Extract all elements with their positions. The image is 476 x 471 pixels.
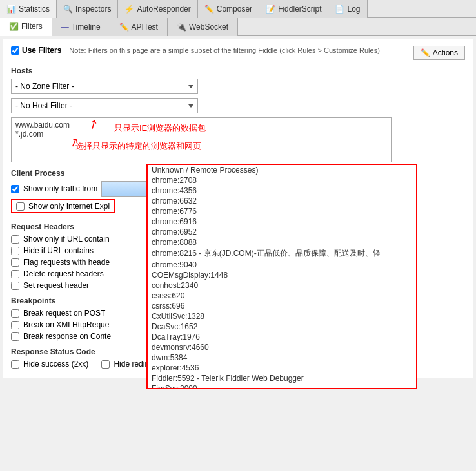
timeline-icon: — (61, 23, 69, 32)
show-traffic-label: Show only traffic from (23, 184, 97, 193)
hosts-line-2: *.jd.com (15, 130, 387, 139)
apitest-icon: ✏️ (119, 23, 129, 32)
process-item-csrss620[interactable]: csrss:620 (148, 291, 416, 301)
zone-filter-arrow (188, 85, 193, 88)
process-item-chrome4356[interactable]: chrome:4356 (148, 186, 416, 196)
show-ie-label: Show only Internet Expl (28, 202, 110, 211)
bp-label-0: Break request on POST (23, 309, 105, 318)
rh-checkbox-3[interactable] (11, 270, 19, 278)
rs-item-0: Hide success (2xx) (11, 360, 88, 369)
rh-label-4: Set request header (23, 281, 89, 290)
process-item-dcasvc[interactable]: DcaSvc:1652 (148, 322, 416, 332)
rh-checkbox-1[interactable] (11, 247, 19, 255)
process-item-devmonsrv[interactable]: devmonsrv:4660 (148, 342, 416, 352)
use-filters-checkbox-row: Use Filters (11, 46, 61, 55)
bp-checkbox-2[interactable] (11, 332, 19, 341)
rh-label-0: Show only if URL contain (23, 235, 110, 244)
process-item-chrome2708[interactable]: chrome:2708 (148, 175, 416, 186)
process-item-chrome6632[interactable]: chrome:6632 (148, 196, 416, 206)
rh-checkbox-2[interactable] (11, 258, 19, 267)
use-filters-checkbox[interactable] (11, 46, 19, 55)
process-item-chrome8216[interactable]: chrome:8216 - 京东(JD.COM)-正品低价、品质保障、配送及时、… (148, 247, 416, 260)
process-item-chrome6916[interactable]: chrome:6916 (148, 216, 416, 227)
show-ie-checkbox[interactable] (16, 202, 25, 211)
rh-label-2: Flag requests with heade (23, 258, 110, 267)
hosts-textarea-container: www.baidu.com *.jd.com 只显示IE浏览器的数据包 选择只显… (11, 117, 398, 162)
zone-filter-row: - No Zone Filter - (11, 79, 465, 94)
tab-inspectors[interactable]: 🔍 Inspectors (57, 0, 118, 18)
tab-fiddlerscript[interactable]: 📝 FiddlerScript (259, 0, 328, 18)
filters-check-icon: ✅ (9, 22, 19, 31)
inspectors-icon: 🔍 (63, 5, 73, 14)
host-filter-row: - No Host Filter - (11, 98, 465, 113)
autoresponder-icon: ⚡ (124, 5, 134, 14)
process-item-dcatray[interactable]: DcaTray:1976 (148, 332, 416, 342)
log-icon: 📄 (335, 5, 344, 14)
client-area: Client Process Show only traffic from Sh… (11, 169, 465, 371)
rs-checkbox-1[interactable] (101, 360, 110, 369)
hosts-line-1: www.baidu.com (15, 120, 387, 130)
tab-statistics[interactable]: 📊 Statistics (0, 0, 57, 18)
bp-checkbox-0[interactable] (11, 309, 19, 318)
second-tab-bar: ✅ Filters — Timeline ✏️ APITest 🔌 WebSoc… (0, 18, 476, 36)
tab-composer[interactable]: ✏️ Composer (198, 0, 259, 18)
composer-icon: ✏️ (204, 5, 214, 14)
process-item-chrome9040[interactable]: chrome:9040 (148, 260, 416, 270)
tab-timeline[interactable]: — Timeline (52, 18, 110, 36)
zone-filter-dropdown[interactable]: - No Zone Filter - (11, 79, 198, 94)
rh-label-3: Delete request headers (23, 269, 104, 278)
process-list: Unknown / Remote Processes) chrome:2708 … (146, 164, 417, 389)
tab-log[interactable]: 📄 Log (328, 0, 367, 18)
websocket-icon: 🔌 (177, 23, 186, 32)
filters-note: Note: Filters on this page are a simple … (69, 46, 405, 55)
process-item-chrome6776[interactable]: chrome:6776 (148, 206, 416, 216)
bp-label-1: Break on XMLHttpReque (23, 320, 109, 329)
hosts-header: Hosts (11, 66, 465, 75)
process-item-explorer[interactable]: explorer:4536 (148, 363, 416, 373)
bp-label-2: Break response on Conte (23, 332, 111, 341)
tab-filters[interactable]: ✅ Filters (0, 18, 52, 36)
bp-checkbox-1[interactable] (11, 321, 19, 329)
statistics-icon: 📊 (6, 5, 16, 14)
use-filters-row: Use Filters Note: Filters on this page a… (11, 46, 465, 60)
rh-checkbox-4[interactable] (11, 282, 19, 290)
process-item-chrome6952[interactable]: chrome:6952 (148, 227, 416, 237)
hosts-textarea[interactable]: www.baidu.com *.jd.com (11, 117, 392, 162)
show-ie-row: Show only Internet Expl (11, 199, 115, 213)
process-item-chrome8088[interactable]: chrome:8088 (148, 237, 416, 247)
host-filter-dropdown[interactable]: - No Host Filter - (11, 98, 198, 113)
rh-checkbox-0[interactable] (11, 235, 19, 244)
process-item-coemsg[interactable]: COEMsgDisplay:1448 (148, 270, 416, 280)
rs-label-0: Hide success (2xx) (23, 360, 88, 369)
show-traffic-checkbox[interactable] (11, 185, 19, 193)
rs-checkbox-0[interactable] (11, 360, 19, 369)
process-item-dwm[interactable]: dwm:5384 (148, 352, 416, 363)
use-filters-label: Use Filters (22, 46, 61, 55)
process-item-firesvc[interactable]: FireSvc:2000 (148, 383, 416, 389)
process-item-cxutilsvc[interactable]: CxUtilSvc:1328 (148, 311, 416, 322)
actions-button[interactable]: ✏️ Actions (413, 46, 465, 60)
tab-autoresponder[interactable]: ⚡ AutoResponder (118, 0, 197, 18)
fiddlerscript-icon: 📝 (266, 5, 275, 14)
main-content: Use Filters Note: Filters on this page a… (3, 39, 473, 378)
top-tab-bar: 📊 Statistics 🔍 Inspectors ⚡ AutoResponde… (0, 0, 476, 18)
process-item-conhost[interactable]: conhost:2340 (148, 280, 416, 291)
actions-icon: ✏️ (421, 48, 430, 57)
tab-apitest[interactable]: ✏️ APITest (110, 18, 168, 36)
process-item-fiddler[interactable]: Fiddler:5592 - Telerik Fiddler Web Debug… (148, 373, 416, 383)
process-item-unknown[interactable]: Unknown / Remote Processes) (148, 165, 416, 175)
rh-label-1: Hide if URL contains (23, 246, 94, 255)
host-filter-arrow (188, 104, 193, 108)
tab-websocket[interactable]: 🔌 WebSocket (168, 18, 238, 36)
process-item-csrss696[interactable]: csrss:696 (148, 301, 416, 311)
